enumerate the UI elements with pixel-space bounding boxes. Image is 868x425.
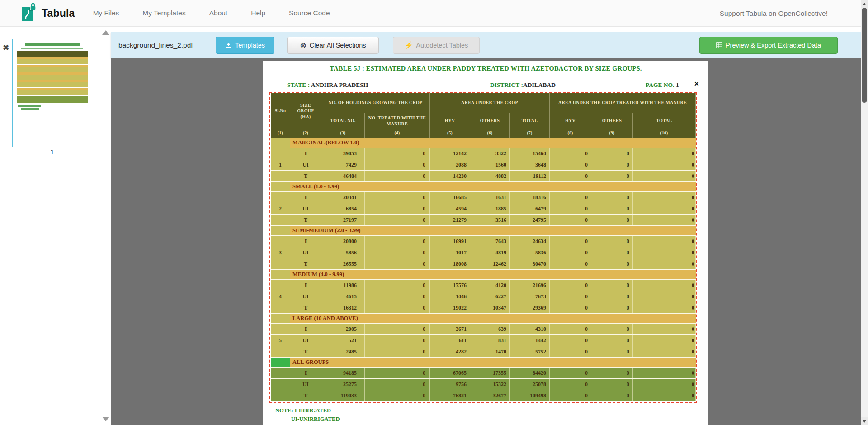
value-cell: 0	[550, 302, 591, 313]
col-number-4: (4)	[365, 129, 430, 138]
band-slno-cell	[271, 270, 290, 279]
scrollbar-thumb[interactable]	[862, 8, 867, 103]
table-row: I941850670651735584420000	[271, 367, 696, 378]
value-cell: 0	[365, 159, 430, 170]
value-cell: 0	[550, 346, 591, 357]
value-cell: 4594	[430, 203, 470, 214]
col-number-6: (6)	[470, 129, 510, 138]
col-number-2: (2)	[290, 129, 321, 138]
value-cell: 0	[633, 148, 696, 159]
table-row: 4UI46150144662277673000	[271, 291, 696, 302]
subheader-3: OTHERS	[470, 113, 510, 129]
value-cell: 12142	[430, 148, 470, 159]
slno-cell	[271, 171, 290, 181]
main-canvas[interactable]: TABLE 5J : ESTIMATED AREA UNDER PADDY TR…	[111, 58, 861, 425]
value-cell: 0	[365, 302, 430, 313]
note-line-1: NOTE: I-IRRIGATED	[275, 407, 331, 414]
autodetect-tables-button[interactable]: ⚡ Autodetect Tables	[393, 37, 480, 54]
preview-export-button[interactable]: Preview & Export Extracted Data	[699, 37, 838, 54]
table-row: 2UI68540459418856479000	[271, 203, 696, 214]
row-label-cell: UI	[290, 291, 321, 302]
brand-title: Tabula	[42, 7, 75, 19]
band-slno-cell	[271, 314, 290, 323]
value-cell: 6479	[510, 203, 550, 214]
row-label-cell: I	[290, 148, 321, 159]
nav-item-about[interactable]: About	[209, 9, 228, 17]
value-cell: 0	[633, 171, 696, 181]
value-cell: 17355	[470, 368, 510, 378]
col-number-1: (1)	[271, 129, 290, 138]
value-cell: 0	[633, 346, 696, 357]
table-row: I11986017576412021696000	[271, 279, 696, 291]
value-cell: 25078	[510, 379, 550, 390]
brand[interactable]: Tabula	[20, 3, 75, 23]
value-cell: 0	[550, 280, 591, 291]
scrollbar-up-icon[interactable]	[861, 0, 868, 8]
value-cell: 3516	[470, 215, 510, 225]
nav-item-my-files[interactable]: My Files	[93, 9, 119, 17]
page-thumbnail[interactable]	[12, 39, 92, 147]
value-cell: 24634	[510, 236, 550, 247]
slno-cell	[271, 215, 290, 225]
spreadsheet-icon	[716, 42, 722, 48]
value-cell: 0	[365, 379, 430, 390]
page-scrollbar[interactable]	[861, 0, 868, 425]
header-size-group: SIZE GROUP (HA)	[290, 93, 321, 129]
value-cell: 21696	[510, 280, 550, 291]
subheader-6: OTHERS	[591, 113, 633, 129]
slno-cell	[271, 236, 290, 247]
col-number-9: (9)	[591, 129, 633, 138]
value-cell: 0	[591, 236, 633, 247]
value-cell: 0	[591, 247, 633, 258]
table-row: T265550180081246230470000	[271, 258, 696, 269]
table-row: T163120190221034729369000	[271, 302, 696, 313]
value-cell: 5836	[510, 247, 550, 258]
table-row: I39053012142332215464000	[271, 148, 696, 159]
page-no-field: PAGE NO. 1	[646, 81, 679, 89]
band-green-cell	[271, 358, 290, 367]
value-cell: 521	[321, 335, 365, 346]
value-cell: 0	[591, 258, 633, 269]
header-treated: AREA UNDER THE CROP TREATED WITH THE MAN…	[550, 93, 696, 113]
row-label-cell: T	[290, 215, 321, 225]
group-band-row: MARGINAL (BELOW 1.0)	[271, 138, 696, 148]
value-cell: 0	[550, 368, 591, 378]
col-number-5: (5)	[430, 129, 470, 138]
selection-close-button[interactable]: ✕	[694, 80, 699, 87]
value-cell: 29369	[510, 302, 550, 313]
scrollbar-down-icon[interactable]	[861, 417, 868, 425]
value-cell: 0	[591, 159, 633, 170]
value-cell: 0	[550, 258, 591, 269]
value-cell: 0	[365, 215, 430, 225]
note-line-2: UI-UNIRRIGATED	[291, 416, 340, 423]
templates-button[interactable]: Templates	[216, 37, 274, 54]
value-cell: 18316	[510, 192, 550, 203]
nav-item-help[interactable]: Help	[251, 9, 265, 17]
value-cell: 94185	[321, 368, 365, 378]
row-label-cell: T	[290, 346, 321, 357]
row-label-cell: T	[290, 302, 321, 313]
value-cell: 27197	[321, 215, 365, 225]
sidebar-scroll-down-icon[interactable]	[102, 417, 109, 421]
value-cell: 0	[550, 335, 591, 346]
header-holdings: NO. OF HOLDINGS GROWING THE CROP	[321, 93, 430, 113]
subheader-0: TOTAL NO.	[321, 113, 365, 129]
value-cell: 0	[591, 368, 633, 378]
thumbnail-page-number: 1	[12, 148, 92, 156]
thumbnail-close-icon[interactable]: ✖	[3, 43, 9, 53]
value-cell: 20800	[321, 236, 365, 247]
group-band-label: SMALL (1.0 - 1.99)	[290, 182, 696, 191]
slno-cell	[271, 148, 290, 159]
nav-item-source-code[interactable]: Source Code	[289, 9, 330, 17]
sidebar-scroll-up-icon[interactable]	[102, 30, 109, 35]
slno-cell	[271, 368, 290, 378]
value-cell: 0	[365, 291, 430, 302]
value-cell: 0	[633, 291, 696, 302]
value-cell: 15464	[510, 148, 550, 159]
support-link[interactable]: Support Tabula on OpenCollective!	[720, 0, 828, 27]
group-band-row: LARGE (10 AND ABOVE)	[271, 313, 696, 323]
state-field: STATE : ANDHRA PRADESH	[287, 81, 368, 89]
clear-all-selections-button[interactable]: ⊗ Clear All Selections	[287, 37, 379, 54]
pdf-page[interactable]: TABLE 5J : ESTIMATED AREA UNDER PADDY TR…	[263, 61, 708, 425]
nav-item-my-templates[interactable]: My Templates	[142, 9, 185, 17]
